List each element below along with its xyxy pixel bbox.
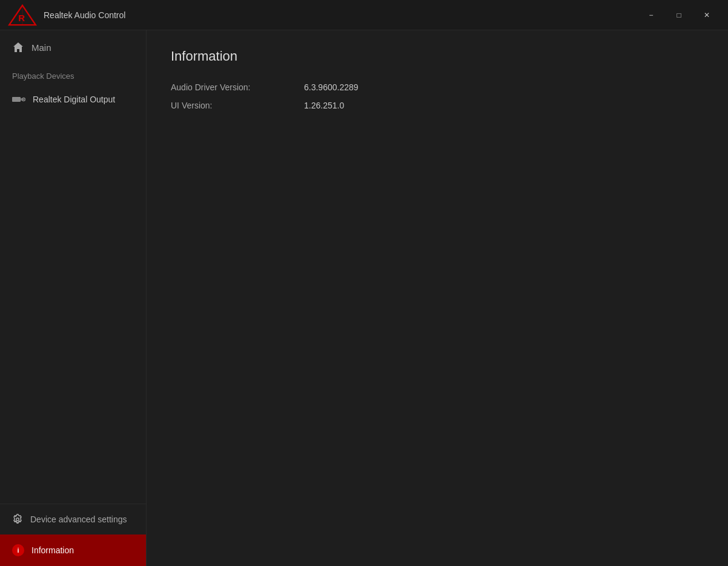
sidebar: Main Playback Devices Realtek Digital Ou… bbox=[0, 30, 147, 566]
information-icon: i bbox=[12, 544, 24, 556]
gear-icon bbox=[12, 514, 23, 525]
sidebar-item-device-advanced-settings[interactable]: Device advanced settings bbox=[0, 504, 146, 534]
ui-version-label: UI Version: bbox=[171, 101, 304, 110]
ui-version-value: 1.26.251.0 bbox=[304, 101, 344, 110]
window-controls: − □ ✕ bbox=[637, 5, 721, 25]
main-label: Main bbox=[31, 42, 51, 53]
maximize-button[interactable]: □ bbox=[665, 5, 693, 25]
title-bar: R Realtek Audio Control − □ ✕ bbox=[0, 0, 728, 30]
audio-driver-label: Audio Driver Version: bbox=[171, 82, 304, 92]
rog-logo: R bbox=[7, 4, 38, 27]
info-table: Audio Driver Version: 6.3.9600.2289 UI V… bbox=[171, 82, 704, 110]
minimize-button[interactable]: − bbox=[637, 5, 665, 25]
main-content: Information Audio Driver Version: 6.3.96… bbox=[147, 30, 728, 566]
sidebar-item-realtek-digital-output[interactable]: Realtek Digital Output bbox=[0, 85, 146, 113]
audio-driver-value: 6.3.9600.2289 bbox=[304, 82, 359, 92]
sidebar-bottom: Device advanced settings i Information bbox=[0, 504, 146, 566]
info-row-ui: UI Version: 1.26.251.0 bbox=[171, 101, 704, 110]
sidebar-main: Main Playback Devices Realtek Digital Ou… bbox=[0, 30, 146, 504]
sidebar-item-main[interactable]: Main bbox=[0, 30, 146, 64]
home-icon bbox=[12, 41, 24, 53]
device-advanced-settings-label: Device advanced settings bbox=[30, 514, 127, 524]
svg-text:R: R bbox=[18, 13, 25, 23]
close-button[interactable]: ✕ bbox=[693, 5, 721, 25]
device-name: Realtek Digital Output bbox=[33, 95, 115, 104]
content-title: Information bbox=[171, 48, 704, 64]
digital-output-icon bbox=[12, 93, 25, 106]
information-label: Information bbox=[31, 545, 74, 555]
svg-point-7 bbox=[23, 99, 24, 100]
svg-rect-4 bbox=[12, 97, 21, 102]
sidebar-item-information[interactable]: i Information bbox=[0, 534, 146, 566]
playback-devices-section-label: Playback Devices bbox=[0, 64, 146, 85]
info-row-driver: Audio Driver Version: 6.3.9600.2289 bbox=[171, 82, 704, 92]
app-body: Main Playback Devices Realtek Digital Ou… bbox=[0, 30, 728, 566]
app-title: Realtek Audio Control bbox=[44, 10, 637, 20]
